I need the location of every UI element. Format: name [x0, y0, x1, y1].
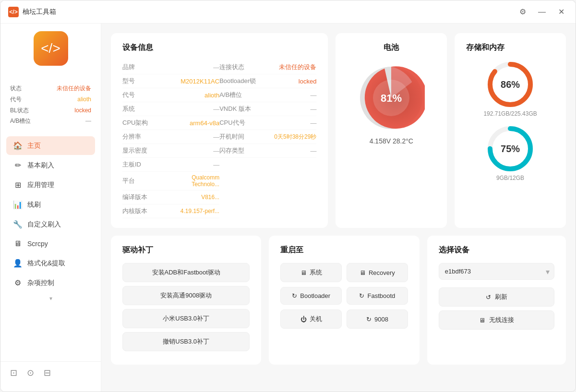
reboot-fastbootd-btn[interactable]: ↻ Fastbootd: [347, 287, 408, 305]
titlebar: </> 柚坛工具箱 ⚙ — ✕: [0, 0, 576, 24]
reboot-grid: 🖥 系统 🖥 Recovery ↻ Bootloader ↻ Fastbootd: [280, 263, 408, 329]
device-row-conn: 连接状态 未信任的设备: [219, 60, 316, 74]
install-qualcomm-9008-btn[interactable]: 安装高通9008驱动: [122, 286, 250, 305]
sidebar-item-custom-flash-label: 自定义刷入: [27, 220, 61, 229]
sidebar-item-misc-label: 杂项控制: [27, 279, 54, 287]
install-adb-fastboot-btn[interactable]: 安装ADB和Fastboot驱动: [122, 263, 250, 282]
sidebar-item-flash-label: 基本刷入: [27, 161, 54, 170]
sidebar-item-format[interactable]: 👤 格式化&提取: [6, 254, 95, 273]
device-row-board: 主板ID —: [122, 158, 219, 172]
storage-gauges: 86% 192.71GB/225.43GB 75%: [466, 60, 554, 181]
sidebar-item-misc[interactable]: ⚙ 杂项控制: [6, 273, 95, 292]
code-row: 代号 alioth: [10, 94, 91, 105]
device-selector[interactable]: e1bdf673: [439, 263, 554, 280]
9008-icon: ↻: [366, 316, 372, 323]
power-off-btn[interactable]: ⏻ 关机: [280, 309, 342, 329]
app-logo-icon: </>: [8, 7, 19, 17]
sidebar-item-lineflash-label: 线刷: [27, 201, 41, 209]
minimize-button[interactable]: —: [535, 5, 549, 19]
sidebar-item-scrcpy[interactable]: 🖥 Scrcpy: [6, 235, 95, 253]
status-value: 未信任的设备: [57, 83, 91, 94]
device-info-title: 设备信息: [122, 43, 316, 53]
main-layout: </> 状态 未信任的设备 代号 alioth BL状态 locked A/B槽…: [0, 24, 576, 392]
footer-icon-3[interactable]: ⊟: [44, 368, 51, 378]
reboot-system-btn[interactable]: 🖥 系统: [280, 263, 342, 282]
window-controls: ⚙ — ✕: [516, 5, 568, 19]
footer-icon-2[interactable]: ⊙: [27, 368, 34, 378]
sidebar-chevron[interactable]: ▾: [6, 293, 95, 304]
bottom-row: 驱动补丁 安装ADB和Fastboot驱动 安装高通9008驱动 小米USB3.…: [111, 236, 566, 365]
storage-card: 存储和内存 86% 192.71GB/225.43GB: [455, 33, 566, 228]
reboot-bootloader-btn[interactable]: ↻ Bootloader: [280, 287, 342, 305]
apps-icon: ⊞: [13, 180, 23, 190]
disk-gauge-row: 86% 192.71GB/225.43GB: [483, 60, 537, 117]
uninstall-usb3-btn[interactable]: 撤销USB3.0补丁: [122, 332, 250, 351]
sidebar-menu: 🏠 主页 ✏ 基本刷入 ⊞ 应用管理 📊 线刷 🔧 自定义刷入 🖥 Scrc: [0, 134, 101, 361]
ab-row: A/B槽位 —: [10, 116, 91, 127]
device-row-platform: 平台 Qualcomm Technolo...: [122, 172, 219, 190]
reboot-title: 重启至: [280, 245, 408, 255]
device-row-os: 系统 —: [122, 102, 219, 116]
select-device-title: 选择设备: [439, 245, 554, 255]
device-row-model: 型号 M2012K11AC: [122, 74, 219, 88]
ab-label: A/B槽位: [10, 116, 31, 127]
battery-card: 电池: [336, 33, 447, 228]
refresh-label: 刷新: [495, 293, 507, 301]
code-value: alioth: [77, 94, 91, 105]
content-area: 设备信息 品牌 — 型号 M2012K11AC 代号: [101, 24, 576, 392]
battery-title: 电池: [384, 43, 399, 53]
sidebar-item-lineflash[interactable]: 📊 线刷: [6, 195, 95, 214]
ab-value: —: [85, 116, 91, 127]
sidebar-item-custom-flash[interactable]: 🔧 自定义刷入: [6, 215, 95, 234]
ram-percent: 75%: [501, 143, 520, 154]
disk-percent: 86%: [501, 79, 520, 90]
battery-percent-label: 81%: [381, 92, 402, 104]
ram-ring: 75%: [486, 125, 534, 173]
device-row-cpu-arch: CPU架构 arm64-v8a: [122, 116, 219, 130]
reboot-recovery-btn[interactable]: 🖥 Recovery: [347, 263, 408, 282]
battery-gauge: 81%: [358, 64, 425, 131]
logo-symbol: </>: [41, 41, 60, 56]
status-row: 状态 未信任的设备: [10, 83, 91, 94]
device-row-vndk: VNDK 版本 —: [219, 102, 316, 116]
bl-label: BL状态: [10, 105, 29, 116]
device-row-brand: 品牌 —: [122, 60, 219, 74]
scrcpy-icon: 🖥: [13, 239, 23, 248]
sidebar-item-apps-label: 应用管理: [27, 181, 54, 190]
app-title: 柚坛工具箱: [23, 8, 56, 16]
sidebar-item-apps[interactable]: ⊞ 应用管理: [6, 176, 95, 194]
refresh-btn[interactable]: ↺ 刷新: [439, 287, 554, 307]
wireless-connect-btn[interactable]: 🖥 无线连接: [439, 310, 554, 330]
disk-ring: 86%: [486, 60, 534, 108]
sidebar-item-flash[interactable]: ✏ 基本刷入: [6, 156, 95, 175]
footer-icon-1[interactable]: ⊡: [10, 368, 17, 378]
select-device-card: 选择设备 e1bdf673 ▾ ↺ 刷新 🖥 无线连接: [427, 236, 566, 365]
reboot-card: 重启至 🖥 系统 🖥 Recovery ↻ Bootloader: [269, 236, 419, 365]
wireless-icon: 🖥: [479, 317, 485, 324]
sidebar-footer: ⊡ ⊙ ⊟: [0, 361, 101, 384]
reboot-9008-btn[interactable]: ↻ 9008: [347, 309, 408, 329]
sidebar-item-home-label: 主页: [27, 142, 41, 150]
fastbootd-icon: ↻: [359, 292, 364, 299]
bl-value: locked: [74, 105, 91, 116]
sidebar-logo: </>: [0, 31, 101, 79]
logo-box: </>: [34, 31, 68, 66]
format-icon: 👤: [13, 259, 23, 268]
device-info-table: 品牌 — 型号 M2012K11AC 代号 alioth 系统: [122, 60, 316, 218]
bootloader-icon: ↻: [292, 292, 297, 299]
install-xiaomi-usb3-btn[interactable]: 小米USB3.0补丁: [122, 309, 250, 328]
customflash-icon: 🔧: [13, 220, 23, 229]
device-row-density: 显示密度 —: [122, 144, 219, 158]
sidebar-item-home[interactable]: 🏠 主页: [6, 136, 95, 155]
battery-pie-chart: 81%: [358, 64, 425, 131]
power-icon: ⏻: [300, 316, 307, 323]
home-icon: 🏠: [13, 141, 23, 150]
system-icon: 🖥: [300, 269, 307, 276]
sidebar-item-format-label: 格式化&提取: [27, 259, 65, 268]
settings-button[interactable]: ⚙: [516, 5, 529, 19]
device-row-uptime: 开机时间 0天5时38分29秒: [219, 130, 316, 144]
driver-title: 驱动补丁: [122, 245, 250, 255]
device-info-left-col: 品牌 — 型号 M2012K11AC 代号 alioth 系统: [122, 60, 219, 218]
close-button[interactable]: ✕: [554, 5, 568, 19]
sidebar-device-info: 状态 未信任的设备 代号 alioth BL状态 locked A/B槽位 —: [0, 79, 101, 134]
